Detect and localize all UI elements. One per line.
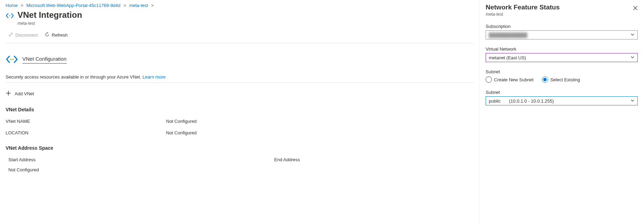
subnet-select[interactable]: public (10.0.1.0 - 10.0.1.255) — [486, 96, 638, 105]
page-subtitle: meta-test — [17, 21, 82, 26]
vnet-config-description: Securely access resources available in o… — [6, 74, 473, 83]
address-table-header: Start Address End Address — [6, 155, 473, 164]
vnet-name-row: VNet NAME Not Configured — [6, 119, 473, 124]
subnet-field: Subnet public (10.0.1.0 - 10.0.1.255) — [486, 90, 638, 105]
main-blade: Home > Microsoft.Web-WebApp-Portal-45c11… — [0, 0, 479, 223]
subnet-range: (10.0.1.0 - 10.0.1.255) — [509, 98, 554, 104]
page-header: VNet Integration meta-test — [6, 10, 473, 26]
refresh-label: Refresh — [52, 32, 68, 38]
chevron-down-icon — [630, 98, 635, 104]
breadcrumb-app[interactable]: meta-test — [129, 3, 148, 8]
virtual-network-field: Virtual Network metanet (East US) — [486, 46, 638, 62]
breadcrumb: Home > Microsoft.Web-WebApp-Portal-45c11… — [6, 3, 473, 8]
vnet-details-heading: VNet Details — [6, 107, 473, 112]
disconnect-button: Disconnect — [6, 31, 40, 39]
vnet-config-icon — [6, 53, 18, 67]
radio-existing-label: Select Existing — [550, 77, 580, 82]
svg-point-0 — [9, 15, 10, 16]
col-end-address: End Address — [274, 157, 473, 162]
disconnect-icon — [8, 32, 13, 38]
vnet-location-row: LOCATION Not Configured — [6, 130, 473, 135]
learn-more-link[interactable]: Learn more — [142, 74, 165, 80]
col-start-address: Start Address — [6, 157, 274, 162]
close-panel-button[interactable] — [631, 4, 639, 13]
virtual-network-select[interactable]: metanet (East US) — [486, 53, 638, 62]
radio-checked-icon — [542, 76, 548, 83]
radio-create-new-subnet[interactable]: Create New Subnet — [486, 76, 533, 83]
breadcrumb-resource[interactable]: Microsoft.Web-WebApp-Portal-45c11769-9d4… — [27, 3, 121, 8]
description-text: Securely access resources available in o… — [6, 74, 141, 80]
add-vnet-label: Add VNet — [15, 91, 34, 96]
chevron-down-icon — [630, 55, 635, 60]
network-feature-panel: Network Feature Status meta-test Subscri… — [479, 0, 644, 223]
disconnect-label: Disconnect — [15, 32, 38, 38]
panel-subtitle: meta-test — [486, 12, 638, 17]
breadcrumb-sep: > — [21, 3, 23, 8]
refresh-icon — [45, 32, 50, 38]
address-table-row: Not Configured — [6, 164, 473, 175]
radio-unchecked-icon — [486, 76, 492, 83]
subscription-label: Subscription — [486, 24, 638, 29]
vnet-location-value: Not Configured — [166, 130, 196, 135]
subscription-select[interactable]: ████████████ — [486, 30, 638, 39]
breadcrumb-sep: > — [151, 3, 154, 8]
add-vnet-button[interactable]: Add VNet — [6, 90, 34, 97]
refresh-button[interactable]: Refresh — [42, 31, 70, 39]
vnet-name-value: Not Configured — [166, 119, 196, 124]
svg-point-3 — [13, 59, 14, 60]
radio-create-label: Create New Subnet — [494, 77, 533, 82]
breadcrumb-sep: > — [123, 3, 126, 8]
vnet-config-title: VNet Configuration — [22, 56, 67, 64]
command-bar: Disconnect Refresh — [6, 31, 473, 43]
subnet-name: public — [489, 98, 501, 104]
vnet-integration-icon — [6, 12, 14, 21]
subscription-value: ████████████ — [489, 32, 527, 38]
svg-point-1 — [10, 59, 11, 60]
radio-select-existing[interactable]: Select Existing — [542, 76, 580, 83]
vnet-name-label: VNet NAME — [6, 119, 166, 124]
svg-point-2 — [11, 59, 12, 60]
vnet-location-label: LOCATION — [6, 130, 166, 135]
virtual-network-value: metanet (East US) — [489, 55, 526, 60]
subscription-field: Subscription ████████████ — [486, 24, 638, 39]
subnet-type-label: Subnet — [486, 69, 638, 74]
plus-icon — [6, 90, 11, 97]
page-title: VNet Integration — [17, 10, 82, 20]
vnet-config-section-head: VNet Configuration — [6, 53, 473, 67]
virtual-network-label: Virtual Network — [486, 46, 638, 52]
panel-title: Network Feature Status — [486, 3, 638, 11]
chevron-down-icon — [630, 32, 635, 38]
breadcrumb-home[interactable]: Home — [6, 3, 18, 8]
close-icon — [633, 6, 638, 12]
subnet-label: Subnet — [486, 90, 638, 95]
vnet-address-space-heading: VNet Address Space — [6, 145, 473, 151]
subnet-type-field: Subnet Create New Subnet Select Existing — [486, 69, 638, 83]
